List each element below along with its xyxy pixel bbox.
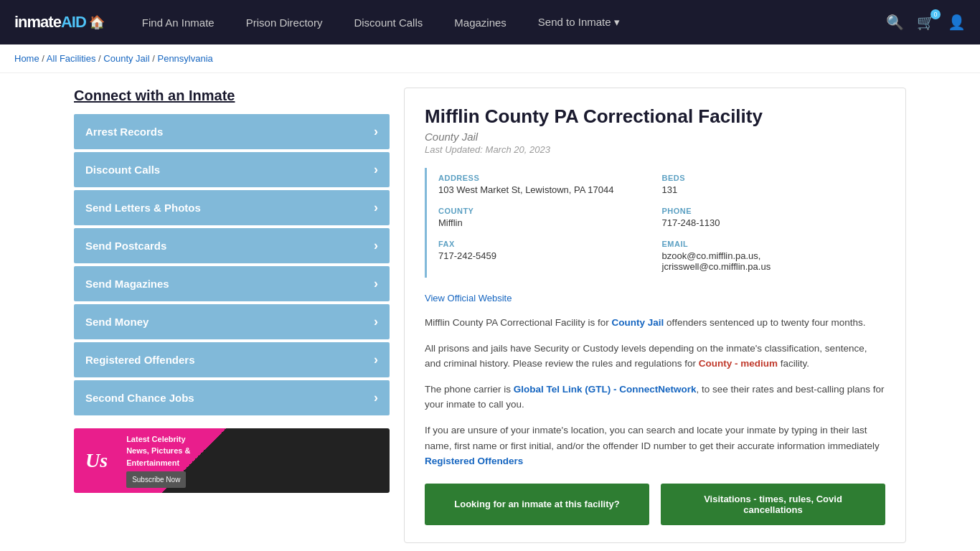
- main-layout: Connect with an Inmate Arrest Records › …: [60, 73, 920, 551]
- county-jail-link[interactable]: County Jail: [612, 317, 664, 328]
- facility-description: Mifflin County PA Correctional Facility …: [425, 303, 885, 469]
- sidebar-menu: Arrest Records › Discount Calls › Send L…: [74, 114, 390, 415]
- desc2-end: facility.: [778, 358, 809, 369]
- breadcrumb-all-facilities[interactable]: All Facilities: [47, 53, 96, 64]
- arrow-icon: ›: [374, 276, 378, 291]
- cart-icon[interactable]: 🛒 0: [917, 14, 935, 31]
- email-label: EMAIL: [662, 240, 886, 248]
- breadcrumb-pennsylvania[interactable]: Pennsylvania: [157, 53, 212, 64]
- nav-links: Find An Inmate Prison Directory Discount…: [126, 0, 886, 44]
- breadcrumb-home[interactable]: Home: [14, 53, 39, 64]
- sidebar-item-arrest-records[interactable]: Arrest Records ›: [74, 114, 390, 149]
- sidebar-item-label: Registered Offenders: [85, 354, 195, 366]
- beds-cell: BEDS 131: [662, 168, 886, 201]
- registered-offenders-link[interactable]: Registered Offenders: [425, 456, 523, 466]
- desc1-end: offenders sentenced up to twenty four mo…: [664, 317, 865, 328]
- visitations-button[interactable]: Visitations - times, rules, Covid cancel…: [661, 484, 885, 525]
- sidebar-item-send-letters[interactable]: Send Letters & Photos ›: [74, 190, 390, 225]
- facility-card: Mifflin County PA Correctional Facility …: [404, 88, 906, 543]
- facility-name: Mifflin County PA Correctional Facility: [425, 105, 885, 128]
- nav-prison-directory[interactable]: Prison Directory: [230, 0, 339, 44]
- sidebar-item-label: Send Postcards: [85, 240, 166, 252]
- county-medium-link[interactable]: County - medium: [699, 358, 778, 369]
- beds-label: BEDS: [662, 174, 886, 182]
- ad-content: Latest Celebrity News, Pictures & Entert…: [119, 433, 197, 489]
- desc-paragraph-4: If you are unsure of your inmate's locat…: [425, 423, 885, 469]
- arrow-icon: ›: [374, 314, 378, 329]
- search-icon[interactable]: 🔍: [886, 14, 904, 31]
- sidebar-item-label: Arrest Records: [85, 126, 163, 138]
- desc4-text: If you are unsure of your inmate's locat…: [425, 425, 880, 451]
- desc1-text: Mifflin County PA Correctional Facility …: [425, 317, 612, 328]
- facility-type: County Jail: [425, 131, 885, 143]
- fax-label: FAX: [438, 240, 662, 248]
- breadcrumb: Home / All Facilities / County Jail / Pe…: [0, 44, 980, 73]
- content-area: Mifflin County PA Correctional Facility …: [404, 88, 906, 551]
- logo-icon: 🏠: [89, 14, 105, 30]
- navbar: inmateAID 🏠 Find An Inmate Prison Direct…: [0, 0, 980, 44]
- sidebar: Connect with an Inmate Arrest Records › …: [74, 88, 390, 551]
- sidebar-item-label: Second Chance Jobs: [85, 392, 194, 404]
- nav-find-inmate[interactable]: Find An Inmate: [126, 0, 230, 44]
- arrow-icon: ›: [374, 200, 378, 215]
- county-value: Mifflin: [438, 217, 662, 228]
- sidebar-item-send-postcards[interactable]: Send Postcards ›: [74, 228, 390, 263]
- fax-cell: FAX 717-242-5459: [438, 234, 662, 278]
- ad-logo: Us: [74, 449, 119, 472]
- ad-subscribe-button[interactable]: Subscribe Now: [126, 471, 186, 488]
- nav-send-to-inmate[interactable]: Send to Inmate ▾: [522, 0, 636, 44]
- beds-value: 131: [662, 184, 886, 195]
- sidebar-title: Connect with an Inmate: [74, 88, 390, 104]
- county-label: COUNTY: [438, 207, 662, 215]
- address-cell: ADDRESS 103 West Market St, Lewistown, P…: [438, 168, 662, 201]
- sidebar-item-label: Send Letters & Photos: [85, 202, 201, 214]
- nav-magazines[interactable]: Magazines: [438, 0, 522, 44]
- sidebar-item-send-money[interactable]: Send Money ›: [74, 304, 390, 339]
- sidebar-item-registered-offenders[interactable]: Registered Offenders ›: [74, 342, 390, 377]
- address-label: ADDRESS: [438, 174, 662, 182]
- ad-headline: Latest Celebrity News, Pictures & Entert…: [126, 433, 190, 469]
- arrow-icon: ›: [374, 238, 378, 253]
- sidebar-item-discount-calls[interactable]: Discount Calls ›: [74, 152, 390, 187]
- arrow-icon: ›: [374, 352, 378, 367]
- logo[interactable]: inmateAID 🏠: [14, 13, 105, 32]
- ad-banner[interactable]: Us Latest Celebrity News, Pictures & Ent…: [74, 428, 390, 493]
- sidebar-item-send-magazines[interactable]: Send Magazines ›: [74, 266, 390, 301]
- fax-value: 717-242-5459: [438, 250, 662, 261]
- cart-badge: 0: [930, 9, 941, 19]
- county-cell: COUNTY Mifflin: [438, 201, 662, 234]
- gtl-link[interactable]: Global Tel Link (GTL) - ConnectNetwork: [514, 384, 697, 395]
- sidebar-item-label: Discount Calls: [85, 164, 160, 176]
- nav-discount-calls[interactable]: Discount Calls: [338, 0, 438, 44]
- logo-highlight: AID: [61, 13, 86, 31]
- official-website-link[interactable]: View Official Website: [425, 293, 512, 303]
- arrow-icon: ›: [374, 390, 378, 405]
- email-value: bzook@co.mifflin.pa.us, jcrisswell@co.mi…: [662, 250, 886, 272]
- desc3-text: The phone carrier is: [425, 384, 514, 395]
- info-grid: ADDRESS 103 West Market St, Lewistown, P…: [425, 168, 885, 278]
- desc-paragraph-3: The phone carrier is Global Tel Link (GT…: [425, 382, 885, 413]
- phone-label: PHONE: [662, 207, 886, 215]
- phone-cell: PHONE 717-248-1130: [662, 201, 886, 234]
- desc-paragraph-2: All prisons and jails have Security or C…: [425, 341, 885, 372]
- sidebar-item-label: Send Magazines: [85, 278, 169, 290]
- nav-icons: 🔍 🛒 0 👤: [886, 14, 966, 31]
- sidebar-item-label: Send Money: [85, 316, 149, 328]
- user-icon[interactable]: 👤: [948, 14, 966, 31]
- breadcrumb-county-jail[interactable]: County Jail: [103, 53, 149, 64]
- facility-updated: Last Updated: March 20, 2023: [425, 144, 885, 155]
- logo-text: inmateAID: [14, 13, 86, 32]
- cta-buttons: Looking for an inmate at this facility? …: [425, 484, 885, 525]
- email-cell: EMAIL bzook@co.mifflin.pa.us, jcrisswell…: [662, 234, 886, 278]
- desc-paragraph-1: Mifflin County PA Correctional Facility …: [425, 315, 885, 331]
- phone-value: 717-248-1130: [662, 217, 886, 228]
- address-value: 103 West Market St, Lewistown, PA 17044: [438, 184, 662, 195]
- arrow-icon: ›: [374, 162, 378, 177]
- sidebar-item-second-chance-jobs[interactable]: Second Chance Jobs ›: [74, 380, 390, 415]
- arrow-icon: ›: [374, 124, 378, 139]
- looking-for-inmate-button[interactable]: Looking for an inmate at this facility?: [425, 484, 649, 525]
